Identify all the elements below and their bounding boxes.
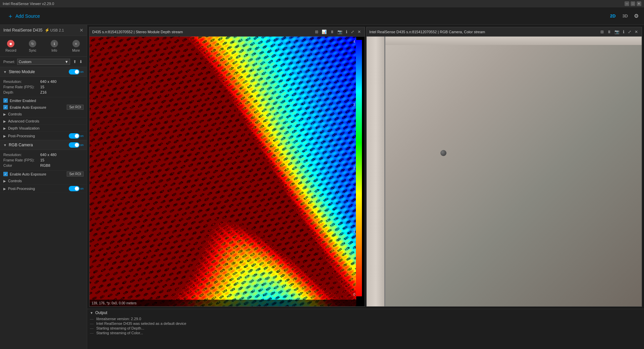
depth-expand-icon[interactable]: ⤢ bbox=[350, 29, 355, 35]
depth-visualization-label: Depth Visualization bbox=[8, 126, 40, 130]
color-stream-panel: Intel RealSense D435 s.n:815412070552 | … bbox=[366, 27, 642, 307]
rgb-camera-section-header[interactable]: ▼ RGB Camera on bbox=[0, 140, 87, 150]
depth-stream-content: 4 3 2 1 0 139, 176, *p: 0x0, 0.00 meters bbox=[90, 37, 365, 306]
streams-area: D435 s.n:815412070552 | Stereo Module De… bbox=[87, 25, 644, 309]
rgb-set-roi-button[interactable]: Set ROI bbox=[67, 171, 84, 177]
rgb-resolution-label: Resolution: bbox=[3, 153, 40, 157]
advanced-controls-item[interactable]: ▶ Advanced Controls bbox=[0, 118, 87, 125]
color-stream-header: Intel RealSense D435 s.n:815412070552 | … bbox=[367, 27, 642, 37]
rgb-pp-on-label: on bbox=[80, 187, 84, 190]
door-top-frame bbox=[385, 37, 642, 45]
depth-pause-icon[interactable]: ⏸ bbox=[329, 29, 335, 35]
colorbar-label-0: 0 bbox=[353, 293, 355, 296]
preset-row: Preset: Custom ▼ ⬆ ⬇ bbox=[0, 57, 87, 67]
colorbar-label-3: 3 bbox=[353, 103, 355, 107]
sync-button[interactable]: ↻ Sync bbox=[22, 39, 44, 54]
controls-item[interactable]: ▶ Controls bbox=[0, 111, 87, 118]
rgb-auto-exposure-label: Enable Auto Exposure bbox=[10, 172, 65, 176]
more-label: More bbox=[72, 49, 80, 52]
door-frame-left bbox=[367, 37, 385, 306]
depth-stream-panel: D435 s.n:815412070552 | Stereo Module De… bbox=[89, 27, 365, 307]
close-button[interactable]: ✕ bbox=[637, 1, 641, 6]
depth-snapshot-icon[interactable]: 📷 bbox=[336, 29, 343, 35]
rgb-pp-toggle[interactable] bbox=[69, 186, 79, 191]
info-button[interactable]: ℹ Info bbox=[44, 39, 65, 54]
resolution-value: 640 x 480 bbox=[40, 80, 56, 84]
close-device-button[interactable]: ✕ bbox=[79, 28, 84, 33]
depth-grid-icon[interactable]: ⊞ bbox=[314, 29, 319, 35]
stereo-pp-toggle[interactable] bbox=[69, 133, 79, 139]
output-line-3: — Starting streaming of Depth... bbox=[90, 326, 641, 331]
settings-icon[interactable]: ⚙ bbox=[633, 11, 640, 20]
output-header[interactable]: ▼ Output bbox=[90, 310, 641, 315]
preset-arrows: ⬆ ⬇ bbox=[72, 59, 84, 64]
preset-dropdown[interactable]: Custom ▼ bbox=[17, 59, 70, 65]
color-expand-icon[interactable]: ⤢ bbox=[627, 29, 632, 35]
fps-value: 15 bbox=[40, 85, 44, 89]
depth-visualization-item[interactable]: ▶ Depth Visualization bbox=[0, 125, 87, 132]
more-icon: ≡ bbox=[72, 40, 80, 47]
preset-value: Custom bbox=[19, 60, 32, 64]
depth-info-icon[interactable]: ℹ bbox=[345, 29, 348, 35]
more-button[interactable]: ≡ More bbox=[65, 39, 87, 54]
app-title: Intel RealSense Viewer v2.29.0 bbox=[3, 2, 625, 6]
record-label: Record bbox=[5, 49, 16, 52]
stereo-module-section-header[interactable]: ▼ Stereo Module on bbox=[0, 67, 87, 77]
restore-button[interactable]: □ bbox=[631, 1, 635, 6]
output-dash-2: — bbox=[90, 321, 94, 326]
dropdown-arrow-icon: ▼ bbox=[65, 60, 68, 64]
stereo-pp-expand-icon: ▶ bbox=[3, 134, 6, 138]
main-layout: Intel RealSense D435 ⚡ USB 2.1 ✕ ⏺ Recor… bbox=[0, 25, 644, 349]
rgb-expand-icon: ▼ bbox=[3, 143, 7, 147]
record-button[interactable]: ⏺ Record bbox=[0, 39, 22, 54]
view-3d-button[interactable]: 3D bbox=[620, 12, 630, 20]
stereo-post-processing-item[interactable]: ▶ Post-Processing on bbox=[0, 132, 87, 140]
depth-close-icon[interactable]: ✕ bbox=[357, 29, 362, 35]
stereo-expand-icon: ▼ bbox=[3, 70, 7, 74]
depth-label: Depth bbox=[3, 90, 40, 94]
rgb-camera-toggle[interactable] bbox=[69, 142, 79, 148]
preset-download-button[interactable]: ⬇ bbox=[78, 59, 84, 64]
content-area: D435 s.n:815412070552 | Stereo Module De… bbox=[87, 25, 644, 349]
auto-exposure-checkbox[interactable] bbox=[3, 105, 8, 109]
color-stream-content bbox=[367, 37, 642, 306]
depth-chart-icon[interactable]: 📊 bbox=[321, 29, 328, 35]
view-2d-button[interactable]: 2D bbox=[608, 12, 618, 20]
controls-expand-icon: ▶ bbox=[3, 112, 6, 116]
color-grid-icon[interactable]: ⊞ bbox=[599, 29, 605, 35]
depth-value: Z16 bbox=[40, 90, 47, 94]
window-controls: ─ □ ✕ bbox=[625, 1, 641, 6]
stereo-pp-on-label: on bbox=[80, 134, 84, 138]
stereo-depth-row: Depth Z16 bbox=[3, 90, 84, 95]
color-snapshot-icon[interactable]: 📷 bbox=[613, 29, 621, 35]
color-pause-icon[interactable]: ⏸ bbox=[606, 29, 612, 35]
color-close-icon[interactable]: ✕ bbox=[634, 29, 639, 35]
rgb-resolution-row: Resolution: 640 x 480 bbox=[3, 152, 84, 157]
rgb-fps-row: Frame Rate (FPS): 15 bbox=[3, 157, 84, 163]
output-text-4: Starting streaming of Color... bbox=[96, 331, 143, 335]
rgb-controls-item[interactable]: ▶ Controls bbox=[0, 178, 87, 185]
rgb-auto-exposure-checkbox[interactable] bbox=[3, 172, 8, 176]
emitter-checkbox[interactable] bbox=[3, 98, 8, 103]
device-name: Intel RealSense D435 bbox=[3, 28, 43, 33]
auto-exposure-row: Enable Auto Exposure Set ROI bbox=[0, 104, 87, 111]
color-info-icon[interactable]: ℹ bbox=[622, 29, 626, 35]
plus-icon: ＋ bbox=[7, 12, 13, 20]
rgb-resolution-value: 640 x 480 bbox=[40, 153, 56, 157]
stereo-module-toggle[interactable] bbox=[69, 69, 79, 74]
add-source-button[interactable]: ＋ Add Source bbox=[4, 10, 43, 22]
preset-upload-button[interactable]: ⬆ bbox=[72, 59, 77, 64]
output-text-1: librealsense version: 2.29.0 bbox=[96, 317, 141, 321]
output-text-3: Starting streaming of Depth... bbox=[96, 326, 144, 330]
door-panel bbox=[385, 37, 642, 306]
rgb-controls-label: Controls bbox=[8, 179, 22, 183]
minimize-button[interactable]: ─ bbox=[625, 1, 629, 6]
rgb-post-processing-item[interactable]: ▶ Post-Processing on bbox=[0, 185, 87, 193]
sidebar: Intel RealSense D435 ⚡ USB 2.1 ✕ ⏺ Recor… bbox=[0, 25, 87, 349]
depth-canvas bbox=[90, 37, 365, 306]
emitter-enabled-row: Emitter Enabled bbox=[0, 97, 87, 104]
set-roi-button[interactable]: Set ROI bbox=[67, 105, 84, 110]
info-icon: ℹ bbox=[51, 40, 58, 47]
header-bar: ＋ Add Source 2D 3D ⚙ bbox=[0, 7, 644, 25]
colorbar-labels: 4 3 2 1 0 bbox=[353, 40, 355, 296]
